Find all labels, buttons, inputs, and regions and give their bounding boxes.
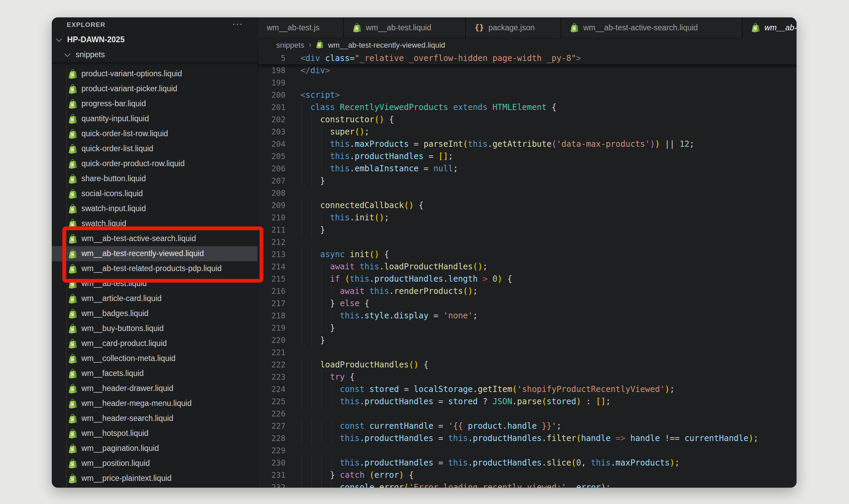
tab-package-json[interactable]: {}package.json <box>466 17 561 38</box>
file-row-wm__ab-test-recently-viewed-liquid[interactable]: Swm__ab-test-recently-viewed.liquid <box>52 246 258 261</box>
file-row-product-variant-picker-liquid[interactable]: Sproduct-variant-picker.liquid <box>52 81 258 96</box>
indent-guide <box>311 199 312 211</box>
file-row-wm__price-plaintext-liquid[interactable]: Swm__price-plaintext.liquid <box>52 471 258 486</box>
file-row-wm__card-product-liquid[interactable]: Swm__card-product.liquid <box>52 336 258 351</box>
code-line-206[interactable]: 206 this.emblaInstance = null; <box>258 162 797 175</box>
svg-text:S: S <box>70 102 74 107</box>
code-line-231[interactable]: 231 } catch (error) { <box>258 469 797 481</box>
breadcrumb-folder[interactable]: snippets <box>276 41 304 50</box>
svg-text:S: S <box>70 416 74 422</box>
code-line-224[interactable]: 224 const stored = localStorage.getItem(… <box>258 383 797 395</box>
svg-text:S: S <box>70 461 74 467</box>
code-line-203[interactable]: 203 super(); <box>258 126 797 138</box>
code-line-223[interactable]: 223 try { <box>258 371 797 383</box>
tree-folder-snippets[interactable]: snippets <box>52 47 258 62</box>
indent-guide <box>311 126 312 138</box>
code-line-198[interactable]: 198</div> <box>258 64 797 77</box>
file-row-wm__position-liquid[interactable]: Swm__position.liquid <box>52 456 258 471</box>
code-line-214[interactable]: 214 await this.loadProductHandles(); <box>258 261 797 273</box>
file-row-wm__ab-test-liquid[interactable]: Swm__ab-test.liquid <box>52 276 258 291</box>
file-row-social-icons-liquid[interactable]: Ssocial-icons.liquid <box>52 186 258 201</box>
code-line-217[interactable]: 217 } else { <box>258 297 797 310</box>
file-row-quick-order-product-row-liquid[interactable]: Squick-order-product-row.liquid <box>52 156 258 171</box>
code-line-225[interactable]: 225 this.productHandles = stored ? JSON.… <box>258 395 797 408</box>
code-line-204[interactable]: 204 this.maxProducts = parseInt(this.get… <box>258 138 797 150</box>
code-line-227[interactable]: 227 const currentHandle = '{{ product.ha… <box>258 420 797 432</box>
tab-wm-ab-[interactable]: Swm__ab- <box>742 17 797 38</box>
code-line-221[interactable]: 221 <box>258 346 797 359</box>
file-row-quantity-input-liquid[interactable]: Squantity-input.liquid <box>52 111 258 126</box>
indent-guide <box>302 199 302 211</box>
code-text: console.error('Error loading recently vi… <box>300 481 611 488</box>
code-line-219[interactable]: 219 } <box>258 322 797 334</box>
file-row-quick-order-list-row-liquid[interactable]: Squick-order-list-row.liquid <box>52 126 258 141</box>
indent-guide <box>311 383 312 395</box>
explorer-title: EXPLORER <box>67 21 105 29</box>
code-line-230[interactable]: 230 this.productHandles = this.productHa… <box>258 457 797 469</box>
code-line-213[interactable]: 213 async init() { <box>258 248 797 261</box>
code-line-210[interactable]: 210 this.init(); <box>258 211 797 224</box>
file-row-wm__facets-liquid[interactable]: Swm__facets.liquid <box>52 366 258 381</box>
code-text: } catch (error) { <box>300 469 414 481</box>
code-line-215[interactable]: 215 if (this.productHandles.length > 0) … <box>258 273 797 285</box>
file-row-wm__buy-buttons-liquid[interactable]: Swm__buy-buttons.liquid <box>52 321 258 336</box>
file-row-wm__pagination-liquid[interactable]: Swm__pagination.liquid <box>52 441 258 456</box>
code-line-212[interactable]: 212 <box>258 236 797 248</box>
code-line-229[interactable]: 229 <box>258 444 797 457</box>
file-row-share-button-liquid[interactable]: Sshare-button.liquid <box>52 171 258 186</box>
file-row-wm__header-search-liquid[interactable]: Swm__header-search.liquid <box>52 411 258 426</box>
indent-guide <box>331 383 331 395</box>
code-line-209[interactable]: 209 connectedCallback() { <box>258 199 797 211</box>
line-number: 202 <box>258 113 285 126</box>
svg-text:S: S <box>70 476 74 482</box>
code-line-5[interactable]: 5<div class="_relative _overflow-hidden … <box>258 52 797 64</box>
tab-wm-ab-test-js[interactable]: wm__ab-test.js <box>258 17 344 38</box>
explorer-more-actions-icon[interactable]: ··· <box>232 19 243 29</box>
file-row-product-variant-options-liquid[interactable]: Sproduct-variant-options.liquid <box>52 66 258 81</box>
file-row-wm__hotspot-liquid[interactable]: Swm__hotspot.liquid <box>52 426 258 441</box>
code-line-201[interactable]: 201 class RecentlyViewedProducts extends… <box>258 101 797 113</box>
file-row-wm__badges-liquid[interactable]: Swm__badges.liquid <box>52 306 258 321</box>
file-row-wm__article-card-liquid[interactable]: Swm__article-card.liquid <box>52 291 258 306</box>
sticky-scroll-line[interactable]: 5<div class="_relative _overflow-hidden … <box>258 52 797 64</box>
code-line-222[interactable]: 222 loadProductHandles() { <box>258 359 797 371</box>
indent-guide <box>321 211 322 224</box>
file-name: quantity-input.liquid <box>81 114 149 123</box>
code-line-226[interactable]: 226 <box>258 408 797 420</box>
shopify-icon: S <box>68 398 77 409</box>
tree-root-hp-dawn-2025[interactable]: HP-DAWN-2025 <box>52 32 258 47</box>
code-line-199[interactable]: 199 <box>258 77 797 89</box>
indent-guide <box>311 469 312 481</box>
code-line-228[interactable]: 228 this.productHandles = this.productHa… <box>258 432 797 444</box>
indent-guide <box>321 138 322 150</box>
tab-wm-ab-test-liquid[interactable]: Swm__ab-test.liquid <box>344 17 466 38</box>
indent-guide <box>331 285 331 297</box>
code-line-218[interactable]: 218 this.style.display = 'none'; <box>258 310 797 322</box>
shopify-icon: S <box>68 144 77 154</box>
file-row-quick-order-list-liquid[interactable]: Squick-order-list.liquid <box>52 141 258 156</box>
code-line-208[interactable]: 208 <box>258 187 797 199</box>
file-row-wm__header-mega-menu-liquid[interactable]: Swm__header-mega-menu.liquid <box>52 396 258 411</box>
code-line-205[interactable]: 205 this.productHandles = []; <box>258 150 797 162</box>
code-line-202[interactable]: 202 constructor() { <box>258 113 797 126</box>
code-line-216[interactable]: 216 await this.renderProducts(); <box>258 285 797 297</box>
shopify-icon: S <box>68 324 77 334</box>
shopify-icon: S <box>68 234 77 244</box>
code-editor[interactable]: 198</div>199200<script>201 class Recentl… <box>258 64 797 488</box>
code-line-207[interactable]: 207 } <box>258 175 797 187</box>
file-row-wm__header-drawer-liquid[interactable]: Swm__header-drawer.liquid <box>52 381 258 396</box>
code-line-211[interactable]: 211 } <box>258 224 797 236</box>
code-line-232[interactable]: 232 console.error('Error loading recentl… <box>258 481 797 488</box>
code-line-220[interactable]: 220 } <box>258 334 797 346</box>
file-row-wm__ab-test-active-search-liquid[interactable]: Swm__ab-test-active-search.liquid <box>52 231 258 246</box>
file-row-swatch-input-liquid[interactable]: Sswatch-input.liquid <box>52 201 258 216</box>
file-row-swatch-liquid[interactable]: Sswatch.liquid <box>52 216 258 231</box>
file-row-wm__ab-test-related-products-pdp-liquid[interactable]: Swm__ab-test-related-products-pdp.liquid <box>52 261 258 276</box>
indent-guide <box>321 310 322 322</box>
tab-wm-ab-test-active-search-liquid[interactable]: Swm__ab-test-active-search.liquid <box>561 17 742 38</box>
file-row-wm__collection-meta-liquid[interactable]: Swm__collection-meta.liquid <box>52 351 258 366</box>
code-text: </div> <box>300 64 330 77</box>
file-row-progress-bar-liquid[interactable]: Sprogress-bar.liquid <box>52 96 258 111</box>
code-line-200[interactable]: 200<script> <box>258 89 797 101</box>
breadcrumb-file[interactable]: wm__ab-test-recently-viewed.liquid <box>328 41 445 50</box>
